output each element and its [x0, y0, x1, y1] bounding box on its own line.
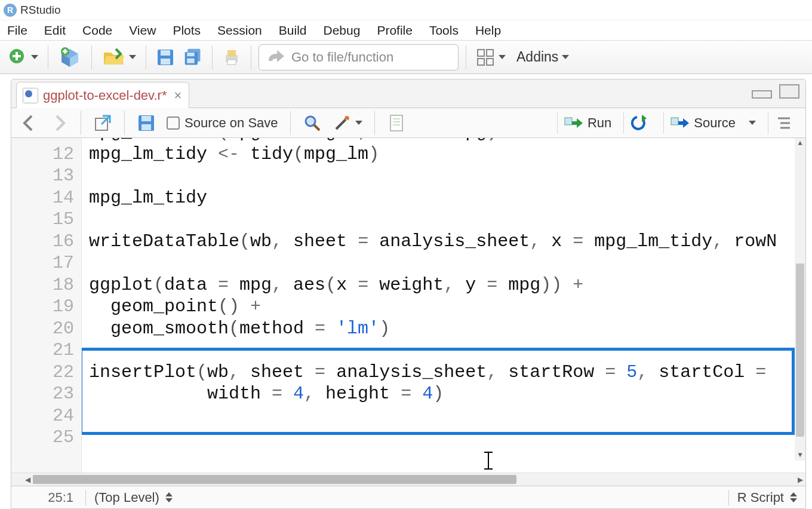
source-label: Source	[694, 115, 736, 131]
open-file-button[interactable]	[99, 45, 139, 69]
menu-view[interactable]: View	[121, 22, 164, 39]
svg-rect-38	[565, 118, 572, 125]
scroll-right-arrow[interactable]: ▶	[795, 473, 805, 486]
line-number: 14	[11, 187, 74, 209]
grid-icon	[476, 48, 495, 67]
svg-rect-34	[390, 115, 402, 131]
code-line[interactable]: geom_smooth(method = 'lm')	[82, 318, 805, 340]
save-button[interactable]	[153, 45, 177, 69]
line-number: 18	[11, 274, 74, 296]
code-line[interactable]: insertPlot(wb, sheet = analysis_sheet, s…	[82, 361, 805, 384]
addins-dropdown[interactable]: Addins	[512, 49, 574, 65]
code-line[interactable]: mpg_lm_tidy <- tidy(mpg_lm)	[82, 143, 805, 165]
menu-build[interactable]: Build	[270, 22, 315, 39]
source-on-save-toggle[interactable]: Source on Save	[164, 112, 281, 134]
code-tools-button[interactable]	[330, 112, 365, 134]
horizontal-scroll-thumb[interactable]	[33, 475, 516, 484]
menu-session[interactable]: Session	[209, 22, 270, 39]
code-lines[interactable]: mpg_lm <- lm(mpg ~ weight, data = mpg)mp…	[82, 138, 805, 473]
goto-arrow-icon	[266, 48, 285, 67]
rerun-button[interactable]	[623, 112, 657, 134]
toolbar-separator	[48, 45, 48, 69]
source-arrow-icon	[670, 114, 689, 133]
vertical-scroll-thumb[interactable]	[796, 263, 804, 437]
svg-line-28	[314, 125, 319, 130]
outline-button[interactable]	[768, 112, 799, 134]
scroll-up-arrow[interactable]: ▲	[795, 138, 805, 149]
find-replace-button[interactable]	[300, 112, 324, 134]
code-line[interactable]: ggplot(data = mpg, aes(x = weight, y = m…	[82, 274, 805, 296]
menu-debug[interactable]: Debug	[315, 22, 368, 39]
code-line[interactable]	[82, 165, 805, 187]
goto-file-input[interactable]: Go to file/function	[259, 44, 459, 70]
svg-rect-25	[142, 116, 151, 121]
chevron-down-icon	[355, 121, 362, 125]
menu-plots[interactable]: Plots	[164, 22, 209, 39]
outline-icon	[774, 114, 793, 133]
nav-forward-button[interactable]	[47, 112, 71, 134]
source-toolbar: Source on Save Run Source	[11, 108, 805, 138]
svg-rect-22	[487, 59, 493, 65]
nav-back-button[interactable]	[17, 112, 41, 134]
folder-open-icon	[102, 45, 125, 69]
compile-report-button[interactable]	[385, 112, 408, 134]
floppy-icon	[137, 114, 156, 133]
menu-profile[interactable]: Profile	[368, 22, 421, 39]
code-editor[interactable]: 111213141516171819202122232425 mpg_lm <-…	[11, 138, 805, 473]
code-line[interactable]	[82, 427, 805, 449]
print-button[interactable]	[220, 45, 244, 69]
editor-tab[interactable]: ggplot-to-excel-dev.r* ×	[16, 82, 189, 108]
chevron-down-icon	[129, 55, 136, 59]
svg-rect-18	[227, 60, 236, 65]
updown-icon	[165, 492, 173, 502]
maximize-pane-icon[interactable]	[779, 84, 799, 99]
close-tab-button[interactable]: ×	[174, 88, 182, 103]
source-on-save-label: Source on Save	[184, 115, 278, 131]
r-file-icon	[23, 88, 38, 103]
svg-rect-8	[63, 50, 67, 52]
new-file-button[interactable]	[6, 45, 41, 69]
code-line[interactable]	[82, 405, 805, 427]
scope-selector[interactable]: (Top Level)	[85, 490, 181, 505]
code-line[interactable]: width = 4, height = 4)	[82, 383, 805, 405]
checkbox-icon	[167, 116, 180, 130]
line-number: 24	[11, 405, 74, 427]
grid-button[interactable]	[473, 45, 508, 69]
magnifier-icon	[303, 114, 322, 133]
source-button[interactable]: Source	[663, 112, 762, 134]
svg-rect-26	[142, 124, 151, 130]
save-all-button[interactable]	[181, 45, 205, 69]
app-icon: R	[4, 4, 17, 17]
updown-icon	[790, 492, 797, 502]
new-project-button[interactable]	[56, 45, 84, 69]
scroll-down-arrow[interactable]: ▼	[795, 450, 805, 461]
svg-line-29	[336, 119, 346, 129]
code-line[interactable]: geom_point() +	[82, 296, 805, 318]
svg-rect-14	[187, 53, 194, 56]
code-line[interactable]: mpg_lm <- lm(mpg ~ weight, data = mpg)	[82, 138, 805, 143]
main-toolbar: Go to file/function Addins	[0, 41, 812, 74]
filetype-selector[interactable]: R Script	[728, 490, 797, 505]
menu-edit[interactable]: Edit	[36, 22, 74, 39]
line-number: 19	[11, 296, 74, 318]
scroll-left-arrow[interactable]: ◀	[22, 473, 33, 486]
minimize-pane-icon[interactable]	[752, 90, 772, 99]
chevron-down-icon	[749, 121, 756, 125]
menu-code[interactable]: Code	[74, 22, 121, 39]
code-line[interactable]	[82, 208, 805, 231]
code-line[interactable]	[82, 339, 805, 361]
show-in-new-window-button[interactable]	[91, 112, 115, 134]
run-button[interactable]: Run	[557, 112, 617, 134]
line-number: 17	[11, 252, 74, 274]
toolbar-separator	[466, 45, 466, 69]
menu-help[interactable]: Help	[467, 22, 509, 39]
code-line[interactable]: mpg_lm_tidy	[82, 187, 805, 209]
menu-tools[interactable]: Tools	[421, 22, 467, 39]
save-source-button[interactable]	[134, 112, 158, 134]
vertical-scrollbar[interactable]: ▲ ▼	[795, 138, 805, 461]
code-line[interactable]: writeDataTable(wb, sheet = analysis_shee…	[82, 231, 805, 253]
svg-rect-10	[161, 50, 170, 56]
menu-file[interactable]: File	[2, 22, 36, 39]
horizontal-scrollbar[interactable]: ◀ ▶	[11, 473, 805, 486]
code-line[interactable]	[82, 252, 805, 274]
